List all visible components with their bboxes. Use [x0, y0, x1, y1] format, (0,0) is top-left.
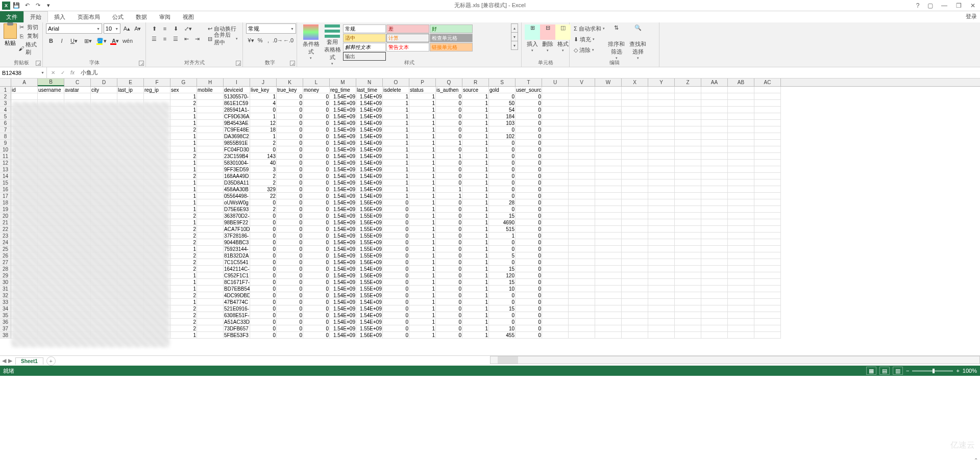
cell[interactable]: [701, 199, 728, 206]
cell[interactable]: 0: [277, 166, 303, 173]
cell[interactable]: 0: [383, 312, 409, 319]
cell[interactable]: 0: [436, 219, 462, 226]
cell[interactable]: 0: [383, 305, 409, 312]
cell[interactable]: [754, 299, 781, 305]
cell[interactable]: [542, 120, 569, 126]
cell[interactable]: 1.54E+09: [330, 239, 356, 246]
cell[interactable]: 1.55E+09: [356, 239, 383, 246]
cell[interactable]: 2: [170, 126, 197, 133]
sheet-nav-left-icon[interactable]: ◀: [2, 357, 6, 364]
cell[interactable]: [622, 259, 648, 266]
cell[interactable]: 0: [277, 239, 303, 246]
cell[interactable]: [675, 213, 701, 219]
col-header[interactable]: F: [144, 79, 170, 86]
orientation-icon[interactable]: ⤢▾: [181, 23, 194, 34]
row-header[interactable]: 3: [0, 100, 11, 107]
cell[interactable]: [569, 233, 595, 239]
cell[interactable]: [622, 286, 648, 292]
cell[interactable]: 1: [409, 93, 436, 100]
cell[interactable]: 1.54E+09: [330, 126, 356, 133]
cell[interactable]: D35D8A11: [224, 179, 250, 186]
tab-data[interactable]: 数据: [130, 11, 153, 22]
cell[interactable]: [622, 239, 648, 246]
cell[interactable]: 0: [277, 206, 303, 213]
cell[interactable]: [728, 332, 754, 339]
tab-insert[interactable]: 插入: [48, 11, 71, 22]
cell[interactable]: [728, 239, 754, 246]
cell[interactable]: 1.54E+09: [330, 292, 356, 299]
cell[interactable]: 1: [170, 286, 197, 292]
formula-input[interactable]: 小鱼儿: [79, 69, 980, 76]
cell[interactable]: 1.54E+09: [356, 133, 383, 140]
cell[interactable]: [569, 272, 595, 279]
cell[interactable]: [754, 233, 781, 239]
cell[interactable]: 0: [383, 259, 409, 266]
cell[interactable]: 0: [489, 173, 516, 179]
cell[interactable]: 1: [409, 239, 436, 246]
cell[interactable]: [595, 186, 622, 193]
cell[interactable]: 1: [409, 193, 436, 199]
cell[interactable]: 1: [409, 312, 436, 319]
cell[interactable]: [754, 140, 781, 146]
cell[interactable]: 1.54E+09: [356, 93, 383, 100]
cell[interactable]: money: [303, 87, 330, 93]
cell[interactable]: D75E6E93: [224, 206, 250, 213]
cell[interactable]: [569, 266, 595, 272]
cell[interactable]: 0: [303, 186, 330, 193]
cell[interactable]: [675, 299, 701, 305]
cell[interactable]: [728, 292, 754, 299]
font-size-select[interactable]: 10▼: [104, 23, 120, 34]
cell[interactable]: 0: [436, 319, 462, 325]
cell[interactable]: 1: [250, 133, 277, 140]
cell[interactable]: [648, 233, 675, 239]
cell[interactable]: 1: [462, 272, 489, 279]
cell[interactable]: gold: [489, 87, 516, 93]
cell[interactable]: 0: [383, 219, 409, 226]
cell[interactable]: true_key: [277, 87, 303, 93]
cell[interactable]: [595, 266, 622, 272]
cell[interactable]: [701, 239, 728, 246]
cell[interactable]: 0: [250, 305, 277, 312]
cell[interactable]: [595, 146, 622, 153]
cell[interactable]: [675, 226, 701, 233]
row-header[interactable]: 28: [0, 266, 11, 272]
row-header[interactable]: 24: [0, 239, 11, 246]
cell[interactable]: 98BE9F22: [224, 219, 250, 226]
cell[interactable]: 23C159B4: [224, 153, 250, 160]
cell[interactable]: [542, 160, 569, 166]
col-header[interactable]: Y: [648, 79, 675, 86]
cell[interactable]: 1: [383, 93, 409, 100]
cell[interactable]: 2: [250, 206, 277, 213]
cancel-formula-icon[interactable]: ✕: [48, 68, 58, 78]
cell[interactable]: 1: [462, 93, 489, 100]
cell[interactable]: 0: [303, 206, 330, 213]
cell[interactable]: [701, 206, 728, 213]
cell[interactable]: status: [409, 87, 436, 93]
cell[interactable]: 168AA49D: [224, 173, 250, 179]
cell[interactable]: 0: [277, 252, 303, 259]
cell[interactable]: BD7EBB54: [224, 286, 250, 292]
cell[interactable]: [542, 126, 569, 133]
cell[interactable]: [197, 259, 224, 266]
cell[interactable]: 1: [383, 140, 409, 146]
cell[interactable]: [569, 126, 595, 133]
cell[interactable]: 2: [170, 252, 197, 259]
col-header[interactable]: H: [197, 79, 224, 86]
cell[interactable]: [675, 113, 701, 120]
cell[interactable]: 7C1C5541: [224, 259, 250, 266]
cell[interactable]: [701, 93, 728, 100]
page-layout-icon[interactable]: ▤: [879, 367, 890, 375]
cell[interactable]: 1: [170, 272, 197, 279]
cell[interactable]: [701, 272, 728, 279]
row-header[interactable]: 37: [0, 325, 11, 332]
cell[interactable]: 0: [303, 100, 330, 107]
cell[interactable]: 184: [489, 113, 516, 120]
cell[interactable]: 0: [436, 133, 462, 140]
cell[interactable]: 0: [489, 166, 516, 173]
cell[interactable]: [701, 213, 728, 219]
cell[interactable]: 1.55E+09: [356, 286, 383, 292]
cell[interactable]: 120: [489, 272, 516, 279]
cell[interactable]: sex: [170, 87, 197, 93]
cell[interactable]: 1.54E+09: [330, 325, 356, 332]
cell[interactable]: 1: [462, 239, 489, 246]
